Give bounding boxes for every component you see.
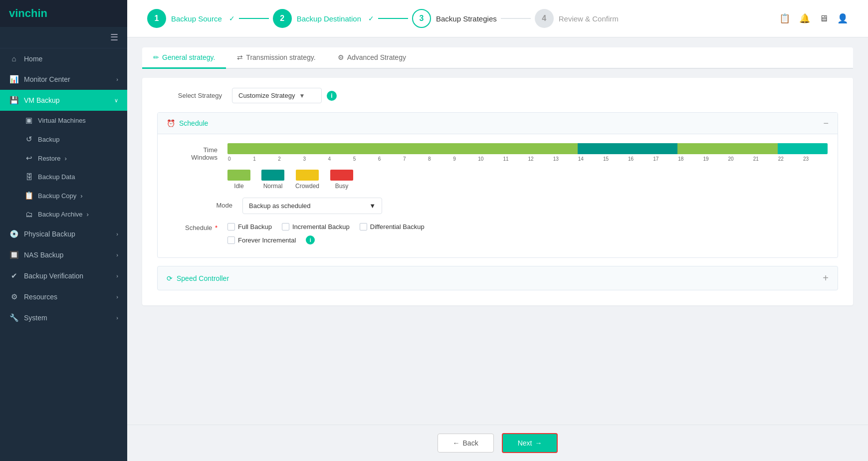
speed-title-text: Speed Controller [177,274,229,282]
time-num-21: 21 [753,156,778,162]
mode-select-dropdown[interactable]: Backup as scheduled ▼ [242,198,382,214]
schedule-label: Schedule * [168,223,217,231]
sidebar-item-label: Backup [38,136,59,143]
back-button[interactable]: ← Back [437,434,494,453]
backup-data-icon: 🗄 [24,173,34,181]
sidebar-item-label: Home [24,55,42,63]
sidebar-item-system[interactable]: 🔧 System › [0,307,127,328]
chevron-right-icon: › [116,294,118,300]
strategy-tabs: ✏ General strategy. ⇄ Transmission strat… [142,47,853,69]
messages-icon[interactable]: 📋 [779,13,790,24]
checkbox-row-2: Forever Incremental i [227,235,425,244]
time-num-4: 4 [328,156,353,162]
checkbox-differential-box[interactable] [360,223,367,230]
sidebar-item-backup-verification[interactable]: ✔ Backup Verification › [0,265,127,286]
sidebar-item-physical-backup[interactable]: 💿 Physical Backup › [0,224,127,244]
sidebar-item-backup[interactable]: ↺ Backup [0,130,127,149]
physical-backup-icon: 💿 [9,230,19,238]
sidebar-item-backup-copy[interactable]: 📋 Backup Copy › [0,186,127,205]
sidebar-item-label: Monitor Center [24,75,70,83]
time-windows-chart: 0 1 2 3 4 5 6 7 8 9 10 1 [227,143,828,162]
form-panel: Select Strategy Customize Strategy ▼ i ⏰… [142,78,853,305]
sidebar-toggle[interactable]: ☰ [0,27,127,48]
time-num-9: 9 [452,156,477,162]
hamburger-icon[interactable]: ☰ [110,32,118,43]
restore-icon: ↩ [24,154,34,163]
time-bar [227,143,828,154]
sidebar-item-label: Backup Archive [38,211,83,218]
checkbox-incremental-box[interactable] [282,223,289,230]
legend-idle-color [227,170,250,181]
minimize-icon[interactable]: − [823,119,829,128]
sidebar-item-backup-archive[interactable]: 🗂 Backup Archive › [0,205,127,224]
check-icon-2: ✓ [368,14,374,22]
sidebar-item-virtual-machines[interactable]: ▣ Virtual Machines [0,111,127,130]
checkbox-incremental-backup[interactable]: Incremental Backup [282,223,350,230]
time-num-15: 15 [603,156,628,162]
sidebar-item-home[interactable]: ⌂ Home [0,48,127,69]
chevron-down-icon: ∨ [114,97,118,104]
system-icon: 🔧 [9,313,19,322]
sidebar-item-label: VM Backup [24,96,60,104]
mode-control: Backup as scheduled ▼ [242,198,828,214]
sidebar-item-monitor[interactable]: 📊 Monitor Center › [0,69,127,90]
next-button[interactable]: Next → [502,433,558,453]
sidebar-item-label: System [24,314,47,322]
strategy-info-icon[interactable]: i [327,91,337,101]
wizard-circle-2: 2 [273,9,292,28]
bar-normal-1 [578,143,678,154]
strategy-select-dropdown[interactable]: Customize Strategy ▼ [232,88,322,103]
sidebar-item-backup-data[interactable]: 🗄 Backup Data [0,168,127,186]
legend-normal-label: Normal [263,183,283,190]
schedule-section: ⏰ Schedule − TimeWindows [157,112,838,258]
advanced-tab-icon: ⚙ [338,53,344,61]
wizard-connector-2 [378,18,408,19]
checkbox-forever-incremental[interactable]: Forever Incremental [227,236,296,244]
checkbox-group: Full Backup Incremental Backup Different… [227,223,425,244]
sidebar-item-label: Physical Backup [24,230,75,238]
strategy-select-value: Customize Strategy [238,92,295,99]
transmission-tab-icon: ⇄ [237,53,243,61]
next-icon: → [535,439,542,447]
sidebar-item-vm-backup[interactable]: 💾 VM Backup ∨ [0,90,127,111]
expand-icon[interactable]: + [823,272,829,284]
tab-general[interactable]: ✏ General strategy. [142,47,226,69]
tab-advanced[interactable]: ⚙ Advanced Strategy [327,47,417,69]
legend-idle-label: Idle [234,183,243,190]
time-num-12: 12 [528,156,553,162]
wizard-step-2: 2 Backup Destination ✓ [273,9,374,28]
time-num-22: 22 [778,156,803,162]
sidebar-item-resources[interactable]: ⚙ Resources › [0,286,127,307]
time-num-20: 20 [728,156,753,162]
time-num-8: 8 [428,156,452,162]
forever-info-icon[interactable]: i [306,235,315,244]
display-icon[interactable]: 🖥 [819,13,828,24]
nas-backup-icon: 🔲 [9,250,19,259]
legend-crowded-color [296,170,319,181]
tab-transmission[interactable]: ⇄ Transmission strategy. [226,47,326,69]
checkbox-differential-backup[interactable]: Differential Backup [360,223,425,230]
checkbox-full-box[interactable] [227,223,235,230]
schedule-checkboxes-row: Schedule * Full Backup [168,223,828,244]
time-windows-label: TimeWindows [168,143,217,161]
user-icon[interactable]: 👤 [837,13,848,24]
dropdown-arrow-icon: ▼ [299,92,305,99]
time-number-row: 0 1 2 3 4 5 6 7 8 9 10 1 [227,156,828,162]
checkbox-forever-box[interactable] [227,236,235,244]
legend-normal: Normal [261,170,284,190]
time-num-7: 7 [403,156,428,162]
time-num-18: 18 [677,156,702,162]
bell-icon[interactable]: 🔔 [799,13,810,24]
sidebar-item-nas-backup[interactable]: 🔲 NAS Backup › [0,244,127,265]
legend-busy-label: Busy [335,183,349,190]
time-windows-row: TimeWindows 0 1 [168,143,828,162]
virtual-machines-icon: ▣ [24,116,34,125]
home-icon: ⌂ [9,54,19,63]
chevron-right-icon: › [116,315,118,321]
wizard-label-1: Backup Source [171,14,222,23]
sidebar-item-restore[interactable]: ↩ Restore › [0,149,127,168]
time-num-5: 5 [353,156,378,162]
checkbox-full-backup[interactable]: Full Backup [227,223,272,230]
backup-archive-icon: 🗂 [24,210,34,219]
time-num-6: 6 [378,156,403,162]
